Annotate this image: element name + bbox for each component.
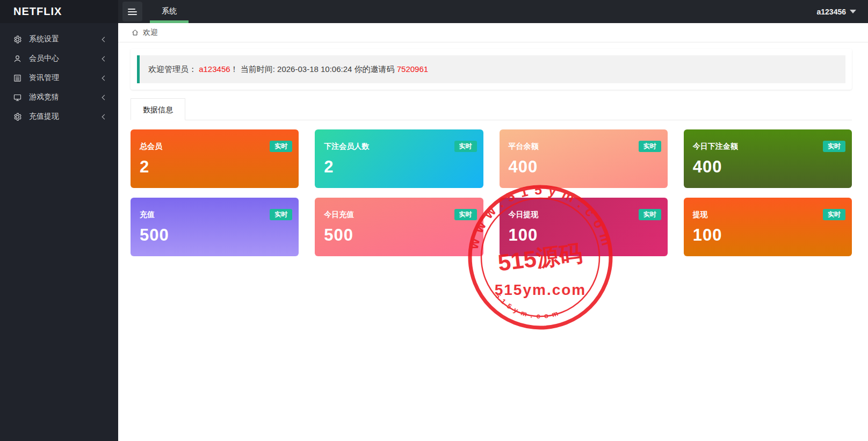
realtime-badge: 实时 bbox=[270, 209, 292, 220]
watermark-arc-bottom-text: 5 1 5 y m . c o m bbox=[494, 292, 560, 320]
welcome-bang: ！ bbox=[230, 64, 238, 74]
stat-card-betting-members: 下注会员人数 实时 2 bbox=[315, 129, 483, 188]
active-tab-underline bbox=[150, 20, 189, 23]
sidebar-item-system-settings[interactable]: 系统设置 bbox=[0, 30, 118, 49]
card-value: 400 bbox=[509, 157, 659, 177]
topbar-tab-label: 系统 bbox=[162, 6, 177, 15]
sidebar-item-member-center[interactable]: 会员中心 bbox=[0, 49, 118, 68]
main-column: 系统 a123456 欢迎 欢迎管理员： a123456！ 当前时间: 20 bbox=[118, 0, 868, 441]
news-icon bbox=[13, 74, 22, 83]
card-label: 今日下注金额 bbox=[693, 142, 843, 151]
card-label: 下注会员人数 bbox=[324, 142, 474, 151]
svg-text:5 1 5 y m . c o m: 5 1 5 y m . c o m bbox=[494, 292, 560, 320]
user-dropdown[interactable]: a123456 bbox=[805, 0, 868, 23]
topbar-tab-system[interactable]: 系统 bbox=[150, 0, 189, 23]
admin-app: NETFLIX 系统设置 会员中心 资讯管理 bbox=[0, 0, 868, 441]
welcome-panel: 欢迎管理员： a123456！ 当前时间: 2026-03-18 10:06:2… bbox=[131, 49, 852, 90]
card-value: 100 bbox=[509, 226, 659, 245]
watermark-site-text: 515ym.com bbox=[495, 281, 587, 298]
welcome-label: 欢迎管理员： bbox=[148, 64, 197, 74]
content-area: 欢迎管理员： a123456！ 当前时间: 2026-03-18 10:06:2… bbox=[118, 42, 868, 441]
tab-header: 数据信息 bbox=[131, 98, 852, 120]
sidebar-item-recharge-withdraw[interactable]: 充值提现 bbox=[0, 107, 118, 126]
chevron-left-icon bbox=[102, 114, 107, 119]
sidebar-item-game-guess[interactable]: 游戏竞猜 bbox=[0, 88, 118, 107]
card-label: 提现 bbox=[693, 210, 843, 220]
realtime-badge: 实时 bbox=[639, 209, 661, 220]
stat-card-today-bet-amount: 今日下注金额 实时 400 bbox=[684, 129, 852, 188]
card-label: 平台余额 bbox=[509, 142, 659, 151]
welcome-alert: 欢迎管理员： a123456！ 当前时间: 2026-03-18 10:06:2… bbox=[137, 55, 845, 83]
invite-label: 你的邀请码 bbox=[355, 64, 395, 74]
time-label: 当前时间: bbox=[241, 64, 275, 74]
app-logo: NETFLIX bbox=[0, 0, 118, 23]
sidebar-item-news-management[interactable]: 资讯管理 bbox=[0, 68, 118, 88]
admin-name: a123456 bbox=[199, 64, 230, 74]
realtime-badge: 实时 bbox=[454, 141, 477, 152]
stat-card-withdraw: 提现 实时 100 bbox=[684, 198, 852, 256]
card-value: 2 bbox=[140, 157, 290, 177]
stat-card-today-withdraw: 今日提现 实时 100 bbox=[500, 198, 668, 256]
sidebar-item-label: 资讯管理 bbox=[29, 73, 103, 83]
stat-card-total-members: 总会员 实时 2 bbox=[131, 129, 299, 188]
card-value: 500 bbox=[324, 226, 474, 245]
stat-card-platform-balance: 平台余额 实时 400 bbox=[500, 129, 668, 188]
sidebar-item-label: 会员中心 bbox=[29, 54, 103, 63]
stat-cards-grid: 总会员 实时 2 下注会员人数 实时 2 平台余额 实时 400 bbox=[131, 129, 852, 256]
home-icon bbox=[131, 28, 139, 37]
realtime-badge: 实时 bbox=[823, 141, 845, 152]
sidebar-item-label: 充值提现 bbox=[29, 112, 103, 121]
card-value: 500 bbox=[140, 226, 290, 245]
hamburger-menu-button[interactable] bbox=[122, 2, 142, 21]
caret-down-icon bbox=[850, 10, 856, 13]
card-label: 充值 bbox=[140, 210, 290, 220]
chevron-left-icon bbox=[102, 56, 107, 61]
chevron-left-icon bbox=[102, 95, 107, 100]
card-label: 今日充值 bbox=[324, 210, 474, 220]
chevron-left-icon bbox=[102, 75, 107, 81]
gear-icon bbox=[13, 112, 22, 121]
realtime-badge: 实时 bbox=[823, 209, 845, 220]
stat-card-recharge: 充值 实时 500 bbox=[131, 198, 299, 256]
card-value: 2 bbox=[324, 157, 474, 177]
card-label: 今日提现 bbox=[509, 210, 659, 220]
realtime-badge: 实时 bbox=[270, 141, 292, 152]
realtime-badge: 实时 bbox=[454, 209, 477, 220]
username: a123456 bbox=[816, 8, 846, 16]
breadcrumb: 欢迎 bbox=[118, 23, 868, 42]
card-value: 100 bbox=[693, 226, 843, 245]
breadcrumb-label[interactable]: 欢迎 bbox=[143, 28, 158, 38]
monitor-icon bbox=[13, 93, 22, 102]
data-tab-panel: 数据信息 总会员 实时 2 下注会员人数 实时 2 平台余额 bbox=[131, 98, 852, 256]
realtime-badge: 实时 bbox=[639, 141, 661, 152]
sidebar: NETFLIX 系统设置 会员中心 资讯管理 bbox=[0, 0, 118, 441]
sidebar-item-label: 系统设置 bbox=[29, 34, 103, 44]
tab-data-info[interactable]: 数据信息 bbox=[131, 98, 185, 120]
sidebar-item-label: 游戏竞猜 bbox=[29, 92, 103, 102]
invite-code: 7520961 bbox=[397, 64, 428, 74]
chevron-left-icon bbox=[102, 37, 107, 42]
sidebar-menu: 系统设置 会员中心 资讯管理 游戏 bbox=[0, 23, 118, 126]
stat-card-today-recharge: 今日充值 实时 500 bbox=[315, 198, 483, 256]
gear-icon bbox=[13, 35, 22, 44]
card-label: 总会员 bbox=[140, 142, 290, 151]
card-value: 400 bbox=[693, 157, 843, 177]
user-icon bbox=[13, 54, 22, 63]
topbar: 系统 a123456 bbox=[118, 0, 868, 23]
current-time: 2026-03-18 10:06:24 bbox=[277, 64, 352, 74]
